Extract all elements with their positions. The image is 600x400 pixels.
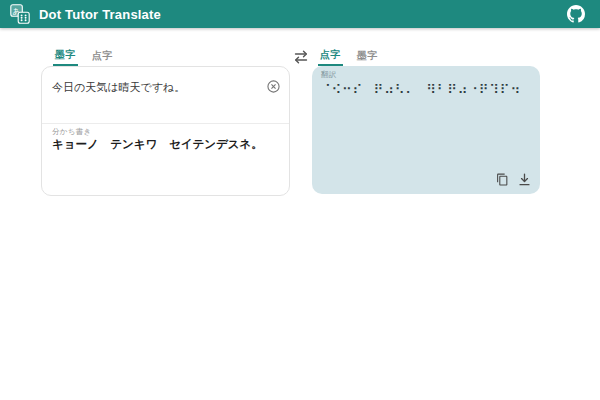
tab-output-sumiji[interactable]: 墨字 [355,49,380,66]
tab-source-sumiji[interactable]: 墨字 [53,49,78,66]
output-tabs: 点字 墨字 [318,49,380,66]
swap-horizontal-icon [293,50,309,64]
app-header: あ Dot Tutor Translate [0,0,600,28]
swap-direction-button[interactable] [293,50,309,67]
source-text-input[interactable]: 今日の天気は晴天ですね。 [52,80,267,94]
card-divider [42,123,289,124]
tab-source-tenji[interactable]: 点字 [90,49,115,66]
clear-circle-icon [267,80,280,93]
segmentation-text: キョーノ テンキワ セイテンデスネ。 [52,137,263,152]
source-input-row: 今日の天気は晴天ですね。 [42,67,289,94]
copy-button[interactable] [496,173,509,186]
github-link[interactable] [566,5,585,24]
tab-output-tenji[interactable]: 点字 [318,49,343,66]
github-icon [567,5,585,23]
download-icon [518,173,531,186]
output-actions [496,173,531,186]
output-card: 翻訳 ⠈⠪⠒⠎⠀⠟⠴⠣⠄⠀⠻⠃⠟⠴⠐⠟⠹⠏⠲ [312,66,540,194]
braille-output-text: ⠈⠪⠒⠎⠀⠟⠴⠣⠄⠀⠻⠃⠟⠴⠐⠟⠹⠏⠲ [321,82,532,98]
translation-label: 翻訳 [321,70,532,80]
clear-input-button[interactable] [267,80,280,93]
translate-braille-logo-icon: あ [10,4,30,24]
segmentation-label: 分かち書き [52,127,92,137]
copy-icon [496,173,509,186]
download-button[interactable] [518,173,531,186]
app-title: Dot Tutor Translate [39,7,161,22]
source-tabs: 墨字 点字 [53,49,115,66]
source-card: 今日の天気は晴天ですね。 分かち書き キョーノ テンキワ セイテンデスネ。 [41,66,290,196]
